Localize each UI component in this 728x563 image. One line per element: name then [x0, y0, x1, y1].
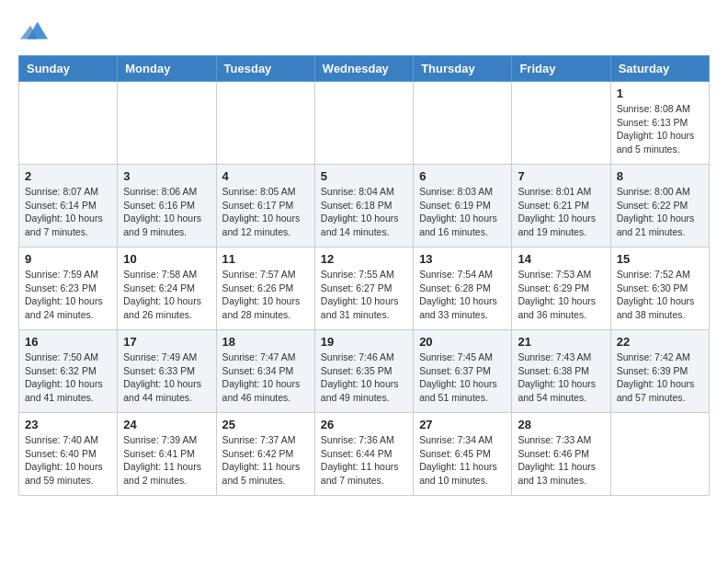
calendar-cell: 16Sunrise: 7:50 AM Sunset: 6:32 PM Dayli… — [19, 330, 118, 413]
calendar-cell: 4Sunrise: 8:05 AM Sunset: 6:17 PM Daylig… — [216, 165, 314, 247]
day-info: Sunrise: 7:46 AM Sunset: 6:35 PM Dayligh… — [321, 350, 407, 405]
day-info: Sunrise: 7:55 AM Sunset: 6:27 PM Dayligh… — [321, 268, 407, 322]
day-number: 12 — [321, 252, 407, 266]
calendar-cell: 7Sunrise: 8:01 AM Sunset: 6:21 PM Daylig… — [512, 165, 610, 247]
day-number: 9 — [25, 252, 111, 266]
logo-icon — [20, 18, 48, 46]
day-number: 5 — [321, 169, 407, 183]
calendar-cell: 14Sunrise: 7:53 AM Sunset: 6:29 PM Dayli… — [512, 247, 610, 330]
day-info: Sunrise: 8:08 AM Sunset: 6:13 PM Dayligh… — [617, 102, 703, 156]
day-number: 1 — [617, 86, 703, 100]
calendar-cell — [19, 82, 118, 165]
calendar-cell: 19Sunrise: 7:46 AM Sunset: 6:35 PM Dayli… — [314, 330, 413, 413]
day-info: Sunrise: 8:06 AM Sunset: 6:16 PM Dayligh… — [123, 185, 210, 239]
calendar-cell: 9Sunrise: 7:59 AM Sunset: 6:23 PM Daylig… — [19, 247, 118, 330]
day-info: Sunrise: 7:43 AM Sunset: 6:38 PM Dayligh… — [518, 350, 604, 405]
day-number: 15 — [617, 252, 703, 266]
day-info: Sunrise: 7:54 AM Sunset: 6:28 PM Dayligh… — [419, 268, 506, 322]
day-info: Sunrise: 8:03 AM Sunset: 6:19 PM Dayligh… — [419, 185, 506, 239]
day-number: 17 — [123, 335, 210, 349]
day-info: Sunrise: 7:45 AM Sunset: 6:37 PM Dayligh… — [419, 350, 506, 405]
day-info: Sunrise: 7:39 AM Sunset: 6:41 PM Dayligh… — [123, 433, 210, 488]
day-info: Sunrise: 8:00 AM Sunset: 6:22 PM Dayligh… — [617, 185, 703, 239]
day-number: 4 — [222, 169, 309, 183]
weekday-header: Sunday — [19, 56, 118, 82]
calendar-cell: 10Sunrise: 7:58 AM Sunset: 6:24 PM Dayli… — [118, 247, 216, 330]
day-number: 6 — [419, 169, 506, 183]
day-number: 25 — [222, 418, 309, 431]
day-info: Sunrise: 7:57 AM Sunset: 6:26 PM Dayligh… — [222, 268, 309, 322]
weekday-header: Saturday — [610, 56, 709, 82]
day-info: Sunrise: 7:42 AM Sunset: 6:39 PM Dayligh… — [617, 350, 703, 405]
calendar-cell: 26Sunrise: 7:36 AM Sunset: 6:44 PM Dayli… — [314, 413, 413, 496]
day-number: 13 — [419, 252, 506, 266]
day-info: Sunrise: 7:53 AM Sunset: 6:29 PM Dayligh… — [518, 268, 604, 322]
calendar-cell: 12Sunrise: 7:55 AM Sunset: 6:27 PM Dayli… — [314, 247, 413, 330]
day-info: Sunrise: 7:59 AM Sunset: 6:23 PM Dayligh… — [25, 268, 111, 322]
calendar-week-row: 2Sunrise: 8:07 AM Sunset: 6:14 PM Daylig… — [19, 165, 710, 247]
day-number: 16 — [25, 335, 111, 349]
day-number: 22 — [617, 335, 703, 349]
day-info: Sunrise: 7:33 AM Sunset: 6:46 PM Dayligh… — [518, 433, 604, 488]
calendar-cell: 20Sunrise: 7:45 AM Sunset: 6:37 PM Dayli… — [414, 330, 512, 413]
day-number: 23 — [25, 418, 111, 431]
calendar-cell: 1Sunrise: 8:08 AM Sunset: 6:13 PM Daylig… — [610, 82, 709, 165]
day-number: 26 — [321, 418, 407, 431]
day-number: 3 — [123, 169, 210, 183]
calendar-cell: 5Sunrise: 8:04 AM Sunset: 6:18 PM Daylig… — [314, 165, 413, 247]
calendar-cell — [216, 82, 314, 165]
calendar-cell: 17Sunrise: 7:49 AM Sunset: 6:33 PM Dayli… — [118, 330, 216, 413]
calendar-cell: 21Sunrise: 7:43 AM Sunset: 6:38 PM Dayli… — [512, 330, 610, 413]
day-number: 8 — [617, 169, 703, 183]
calendar-cell — [314, 82, 413, 165]
calendar-cell: 11Sunrise: 7:57 AM Sunset: 6:26 PM Dayli… — [216, 247, 314, 330]
day-info: Sunrise: 7:36 AM Sunset: 6:44 PM Dayligh… — [321, 433, 407, 488]
calendar-cell: 18Sunrise: 7:47 AM Sunset: 6:34 PM Dayli… — [216, 330, 314, 413]
day-info: Sunrise: 7:34 AM Sunset: 6:45 PM Dayligh… — [419, 433, 506, 488]
day-number: 11 — [222, 252, 309, 266]
day-info: Sunrise: 8:04 AM Sunset: 6:18 PM Dayligh… — [321, 185, 407, 239]
calendar-cell: 13Sunrise: 7:54 AM Sunset: 6:28 PM Dayli… — [414, 247, 512, 330]
day-number: 21 — [518, 335, 604, 349]
logo — [18, 18, 48, 46]
calendar-week-row: 23Sunrise: 7:40 AM Sunset: 6:40 PM Dayli… — [19, 413, 710, 496]
day-number: 7 — [518, 169, 604, 183]
day-info: Sunrise: 7:52 AM Sunset: 6:30 PM Dayligh… — [617, 268, 703, 322]
calendar-week-row: 9Sunrise: 7:59 AM Sunset: 6:23 PM Daylig… — [19, 247, 710, 330]
calendar-cell: 15Sunrise: 7:52 AM Sunset: 6:30 PM Dayli… — [610, 247, 709, 330]
calendar-cell: 22Sunrise: 7:42 AM Sunset: 6:39 PM Dayli… — [610, 330, 709, 413]
day-number: 18 — [222, 335, 309, 349]
calendar-cell — [512, 82, 610, 165]
calendar-cell — [414, 82, 512, 165]
day-number: 28 — [518, 418, 604, 431]
weekday-header: Thursday — [414, 56, 512, 82]
calendar-week-row: 1Sunrise: 8:08 AM Sunset: 6:13 PM Daylig… — [19, 82, 710, 165]
calendar-header-row: SundayMondayTuesdayWednesdayThursdayFrid… — [19, 56, 710, 82]
calendar-cell: 3Sunrise: 8:06 AM Sunset: 6:16 PM Daylig… — [118, 165, 216, 247]
day-info: Sunrise: 8:07 AM Sunset: 6:14 PM Dayligh… — [25, 185, 111, 239]
day-info: Sunrise: 8:01 AM Sunset: 6:21 PM Dayligh… — [518, 185, 604, 239]
day-number: 14 — [518, 252, 604, 266]
weekday-header: Monday — [118, 56, 216, 82]
page-header — [18, 18, 710, 46]
calendar-cell — [118, 82, 216, 165]
day-info: Sunrise: 7:47 AM Sunset: 6:34 PM Dayligh… — [222, 350, 309, 405]
day-number: 10 — [123, 252, 210, 266]
calendar-cell: 24Sunrise: 7:39 AM Sunset: 6:41 PM Dayli… — [118, 413, 216, 496]
day-number: 27 — [419, 418, 506, 431]
calendar-cell — [610, 413, 709, 496]
calendar-cell: 8Sunrise: 8:00 AM Sunset: 6:22 PM Daylig… — [610, 165, 709, 247]
day-info: Sunrise: 8:05 AM Sunset: 6:17 PM Dayligh… — [222, 185, 309, 239]
calendar-cell: 6Sunrise: 8:03 AM Sunset: 6:19 PM Daylig… — [414, 165, 512, 247]
calendar-week-row: 16Sunrise: 7:50 AM Sunset: 6:32 PM Dayli… — [19, 330, 710, 413]
weekday-header: Wednesday — [314, 56, 413, 82]
weekday-header: Friday — [512, 56, 610, 82]
day-number: 19 — [321, 335, 407, 349]
day-number: 2 — [25, 169, 111, 183]
day-number: 24 — [123, 418, 210, 431]
calendar-cell: 27Sunrise: 7:34 AM Sunset: 6:45 PM Dayli… — [414, 413, 512, 496]
calendar-table: SundayMondayTuesdayWednesdayThursdayFrid… — [18, 55, 710, 496]
day-info: Sunrise: 7:49 AM Sunset: 6:33 PM Dayligh… — [123, 350, 210, 405]
day-info: Sunrise: 7:58 AM Sunset: 6:24 PM Dayligh… — [123, 268, 210, 322]
calendar-cell: 23Sunrise: 7:40 AM Sunset: 6:40 PM Dayli… — [19, 413, 118, 496]
